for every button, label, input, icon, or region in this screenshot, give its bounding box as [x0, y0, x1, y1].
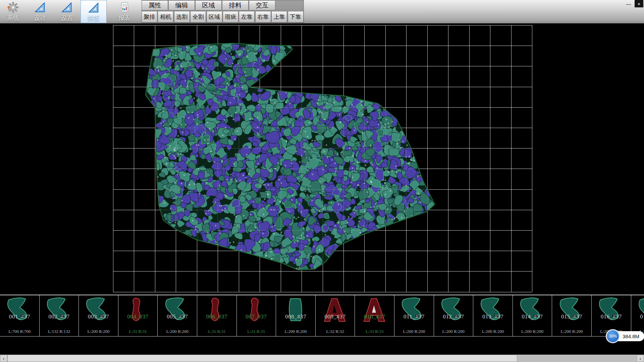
- top-toolbar: 系统设计设置排版报表 属性编辑区域排料交互 聚排相机选割全割区域瑕疵左靠右靠上靠…: [0, 0, 644, 23]
- tool-camera[interactable]: 相机: [158, 11, 173, 22]
- tool-snap-top[interactable]: 上靠: [271, 11, 287, 22]
- app-tab-layout[interactable]: 排版: [80, 0, 107, 23]
- menu-tab-region[interactable]: 区域: [195, 0, 222, 10]
- piece-id: 012_#37: [434, 313, 473, 320]
- piece-lr-count: L:200 R:200: [513, 329, 552, 334]
- piece-thumbnail[interactable]: 001_#37L:700 R:700: [0, 295, 40, 336]
- piece-thumbnail[interactable]: 012_#37L:200 R:200: [434, 295, 474, 336]
- piece-lr-count: L:700 R:700: [0, 329, 39, 334]
- piece-id: 016_#37: [592, 313, 631, 320]
- nesting-canvas[interactable]: [0, 23, 644, 295]
- piece-lr-count: L:200 R:200: [552, 329, 591, 334]
- piece-thumbnail[interactable]: 002_#37L:132 R:132: [40, 295, 79, 336]
- piece-id: 001_#37: [0, 313, 39, 320]
- progress-indicator: 38%: [606, 329, 620, 343]
- piece-id: 004_#37: [118, 313, 158, 320]
- tool-snap-bottom[interactable]: 下靠: [288, 11, 304, 22]
- piece-id: 008_#37: [276, 313, 315, 320]
- piece-thumbnail[interactable]: 003_#37L:200 R:200: [79, 295, 118, 336]
- piece-lr-count: L:33 R:33: [355, 329, 394, 334]
- piece-id: 002_#37: [40, 313, 79, 320]
- piece-thumbnail[interactable]: 014_#37L:200 R:200: [513, 295, 552, 336]
- piece-lr-count: L:32 R:32: [316, 329, 355, 334]
- piece-lr-count: L:31 R:31: [197, 329, 236, 334]
- menu-tab-nesting[interactable]: 排料: [222, 0, 249, 10]
- menu-tab-edit[interactable]: 编辑: [168, 0, 195, 10]
- window-controls: — ×: [624, 0, 643, 7]
- piece-id: 007_#37: [237, 313, 276, 320]
- piece-thumbnail[interactable]: 017_#37L:200 R:200: [631, 295, 644, 336]
- piece-thumbnail[interactable]: 015_#37L:200 R:200: [552, 295, 592, 336]
- piece-lr-count: L:31 R:31: [237, 329, 276, 334]
- app-tab-system[interactable]: 系统: [0, 0, 26, 23]
- piece-thumbnail[interactable]: 010_#37L:33 R:33: [355, 295, 394, 336]
- piece-lr-count: L:31 R:31: [118, 329, 158, 334]
- piece-id: 006_#37: [197, 313, 236, 320]
- piece-id: 011_#37: [394, 313, 434, 320]
- set-square-icon: [34, 2, 46, 13]
- app-tab-label: 系统: [7, 14, 19, 22]
- piece-id: 005_#37: [158, 313, 197, 320]
- piece-thumbnail[interactable]: 004_#37L:31 R:31: [118, 295, 158, 336]
- tool-select-cut[interactable]: 选割: [174, 11, 190, 22]
- scroll-left-arrow[interactable]: ‹: [0, 355, 7, 362]
- piece-thumbnail[interactable]: 011_#37L:200 R:200: [394, 295, 434, 336]
- app-tab-design[interactable]: 设计: [27, 0, 53, 23]
- piece-lr-count: L:200 R:200: [473, 329, 513, 334]
- piece-id: 014_#37: [513, 313, 552, 320]
- piece-id: 015_#37: [552, 313, 591, 320]
- piece-lr-count: L:200 R:200: [434, 329, 473, 334]
- scroll-thumb[interactable]: [7, 355, 517, 362]
- tool-cut-all[interactable]: 全割: [190, 11, 206, 22]
- piece-id: 010_#37: [355, 313, 394, 320]
- menu-tab-interact[interactable]: 交互: [249, 0, 275, 10]
- scroll-right-arrow[interactable]: ›: [637, 355, 644, 362]
- gear-icon: [7, 2, 19, 13]
- app-tab-label: 排版: [88, 14, 100, 22]
- piece-thumbnail[interactable]: 008_#37L:200 R:200: [276, 295, 316, 336]
- tool-defect[interactable]: 瑕疵: [223, 11, 238, 22]
- piece-id: 009_#37: [316, 313, 355, 320]
- piece-lr-count: L:200 R:200: [79, 329, 118, 334]
- piece-lr-count: L:200 R:200: [394, 329, 434, 334]
- pieces-thumbnail-bar: 001_#37L:700 R:700002_#37L:132 R:132003_…: [0, 295, 644, 337]
- piece-thumbnail[interactable]: 009_#37L:32 R:32: [316, 295, 355, 336]
- piece-thumbnail[interactable]: 006_#37L:31 R:31: [197, 295, 237, 336]
- piece-thumbnail[interactable]: 005_#37L:200 R:200: [158, 295, 197, 336]
- close-button[interactable]: ×: [635, 0, 643, 7]
- piece-thumbnail[interactable]: 007_#37L:31 R:31: [237, 295, 276, 336]
- piece-id: 013_#37: [473, 313, 513, 320]
- piece-id: 017_#37: [631, 313, 644, 320]
- piece-thumbnail[interactable]: 013_#37L:200 R:200: [473, 295, 513, 336]
- app-tab-label: 设置: [61, 14, 73, 22]
- app-tab-report[interactable]: 报表: [111, 0, 138, 23]
- tool-snap-left[interactable]: 左靠: [239, 11, 255, 22]
- scroll-track[interactable]: [7, 355, 637, 362]
- menu-tab-properties[interactable]: 属性: [142, 0, 168, 10]
- piece-id: 003_#37: [79, 313, 118, 320]
- app-tab-label: 报表: [118, 14, 130, 22]
- report-icon: [119, 2, 130, 13]
- minimize-button[interactable]: —: [624, 0, 633, 7]
- tool-cluster-nest[interactable]: 聚排: [142, 11, 157, 22]
- tool-region[interactable]: 区域: [207, 11, 222, 22]
- app-tab-settings[interactable]: 设置: [54, 0, 80, 23]
- piece-lr-count: L:200 R:200: [158, 329, 197, 334]
- tool-snap-right[interactable]: 右靠: [255, 11, 271, 22]
- horizontal-scrollbar[interactable]: ‹ ›: [0, 355, 644, 362]
- set-square-icon: [61, 2, 72, 13]
- set-square-icon: [88, 2, 99, 13]
- app-tab-label: 设计: [34, 14, 46, 22]
- piece-lr-count: L:132 R:132: [40, 329, 79, 334]
- piece-lr-count: L:200 R:200: [276, 329, 315, 334]
